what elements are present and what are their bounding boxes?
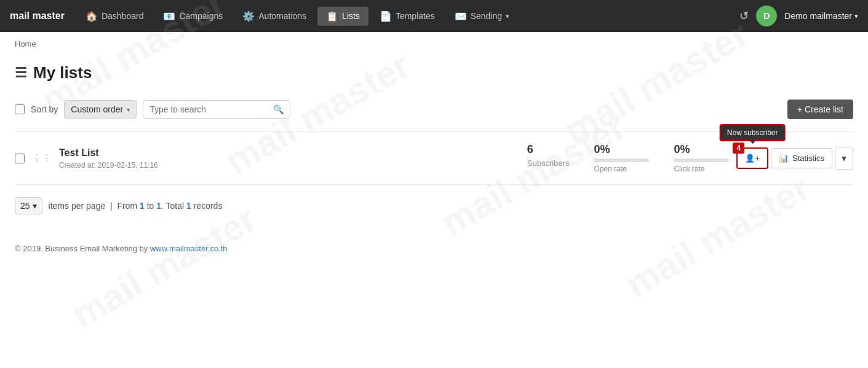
statistics-button[interactable]: 📊 Statistics	[771, 148, 832, 168]
footer: © 2019. Business Email Marketing by www.…	[0, 229, 868, 268]
item-date: Created at: 2019-02-15, 11:16	[59, 161, 520, 170]
item-stats: 6 Subscribers 0% Open rate 0% Click rate	[527, 143, 730, 173]
search-icon: 🔍	[273, 104, 284, 114]
sending-dropdown-icon: ▾	[506, 12, 509, 20]
click-rate-label: Click rate	[674, 165, 704, 173]
sending-icon: ✉️	[455, 10, 467, 22]
nav-item-templates[interactable]: 📄 Templates	[371, 7, 444, 26]
nav-label-automations: Automations	[258, 11, 306, 21]
templates-icon: 📄	[380, 10, 392, 22]
item-checkbox[interactable]	[15, 154, 25, 163]
add-subscriber-button[interactable]: 4 👤+	[736, 147, 768, 169]
statistics-icon: 📊	[779, 154, 789, 163]
chevron-down-icon: ▾	[842, 153, 846, 163]
per-page-chevron: ▾	[33, 201, 37, 211]
open-rate-bar	[594, 159, 649, 162]
more-actions-button[interactable]: ▾	[835, 147, 853, 170]
search-box: 🔍	[143, 100, 290, 119]
history-icon[interactable]: ↺	[739, 9, 749, 23]
avatar: D	[756, 6, 777, 26]
click-rate-stat: 0% Click rate	[674, 143, 729, 173]
nav-item-campaigns[interactable]: 📧 Campaigns	[154, 7, 231, 26]
search-input[interactable]	[149, 104, 268, 114]
open-rate-stat: 0% Open rate	[594, 143, 649, 173]
add-subscriber-container: New subscriber 4 👤+	[736, 147, 768, 169]
statistics-label: Statistics	[792, 154, 824, 163]
subscribers-count: 6	[527, 143, 533, 156]
sort-dropdown[interactable]: Custom order ▾	[64, 100, 137, 119]
select-all-checkbox[interactable]	[15, 104, 25, 114]
footer-link[interactable]: www.mailmaster.co.th	[150, 244, 228, 253]
pagination-bar: 25 ▾ items per page | From 1 to 1. Total…	[15, 197, 853, 214]
toolbar: Sort by Custom order ▾ 🔍 + Create list	[15, 100, 853, 119]
item-name: Test List	[59, 147, 520, 159]
list-item: ⋮⋮ Test List Created at: 2019-02-15, 11:…	[15, 132, 853, 185]
footer-copyright: © 2019. Business Email Marketing by	[15, 244, 150, 253]
nav-right: ↺ D Demo mailmaster ▾	[739, 6, 858, 26]
item-info: Test List Created at: 2019-02-15, 11:16	[59, 147, 520, 170]
nav-item-lists[interactable]: 📋 Lists	[317, 7, 368, 26]
per-page-value: 25	[20, 201, 30, 211]
automations-icon: ⚙️	[242, 10, 255, 22]
create-list-button[interactable]: + Create list	[787, 100, 853, 119]
lists-icon: 📋	[326, 10, 338, 22]
sort-label: Sort by	[31, 104, 58, 114]
home-icon: 🏠	[86, 10, 98, 22]
sort-value: Custom order	[71, 104, 123, 114]
item-actions: New subscriber 4 👤+ 📊 Statistics ▾	[736, 147, 853, 170]
nav-label-sending: Sending	[471, 11, 502, 21]
subscriber-badge: 4	[733, 143, 744, 154]
nav-label-dashboard: Dashboard	[102, 11, 144, 21]
brand-logo: mail master	[10, 10, 65, 22]
create-list-label: + Create list	[797, 104, 843, 114]
nav-label-lists: Lists	[342, 11, 360, 21]
campaigns-icon: 📧	[163, 10, 175, 22]
subscribers-label: Subscribers	[527, 159, 570, 168]
open-rate-label: Open rate	[594, 165, 626, 173]
nav-label-templates: Templates	[396, 11, 435, 21]
nav-item-automations[interactable]: ⚙️ Automations	[234, 7, 315, 26]
main-content: ☰ My lists Sort by Custom order ▾ 🔍 + Cr…	[0, 56, 868, 229]
breadcrumb-home[interactable]: Home	[15, 39, 36, 49]
breadcrumb: Home	[0, 32, 868, 56]
username[interactable]: Demo mailmaster ▾	[784, 11, 858, 21]
pagination-text: items per page | From 1 to 1. Total 1 re…	[49, 201, 223, 211]
per-page-select[interactable]: 25 ▾	[15, 197, 42, 214]
click-rate-value: 0%	[674, 143, 690, 156]
add-person-icon: 👤+	[745, 154, 760, 163]
navbar: mail master 🏠 Dashboard 📧 Campaigns ⚙️ A…	[0, 0, 868, 32]
nav-item-sending[interactable]: ✉️ Sending ▾	[446, 7, 518, 26]
new-subscriber-tooltip: New subscriber	[720, 124, 786, 141]
chevron-down-icon: ▾	[127, 106, 130, 113]
user-dropdown-icon: ▾	[854, 12, 858, 20]
page-title: ☰ My lists	[15, 63, 853, 82]
open-rate-value: 0%	[594, 143, 610, 156]
nav-item-dashboard[interactable]: 🏠 Dashboard	[77, 7, 153, 26]
drag-handle-icon[interactable]: ⋮⋮	[32, 152, 52, 164]
click-rate-bar	[674, 159, 729, 162]
subscribers-stat: 6 Subscribers	[527, 143, 570, 168]
nav-label-campaigns: Campaigns	[179, 11, 223, 21]
list-icon: ☰	[15, 65, 27, 81]
